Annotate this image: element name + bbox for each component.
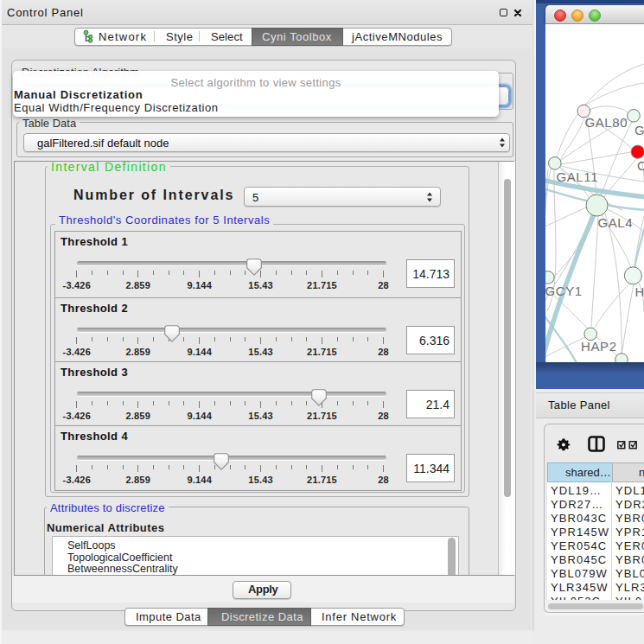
svg-text:C: C — [637, 158, 644, 173]
svg-text:GAL80: GAL80 — [585, 115, 628, 130]
svg-text:GAL11: GAL11 — [557, 169, 599, 184]
svg-text:G…: G… — [634, 123, 644, 137]
svg-text:GCY1: GCY1 — [545, 284, 583, 298]
svg-text:HAP2: HAP2 — [581, 339, 617, 354]
svg-text:H: H — [635, 284, 644, 299]
svg-text:GAL4: GAL4 — [598, 215, 634, 230]
